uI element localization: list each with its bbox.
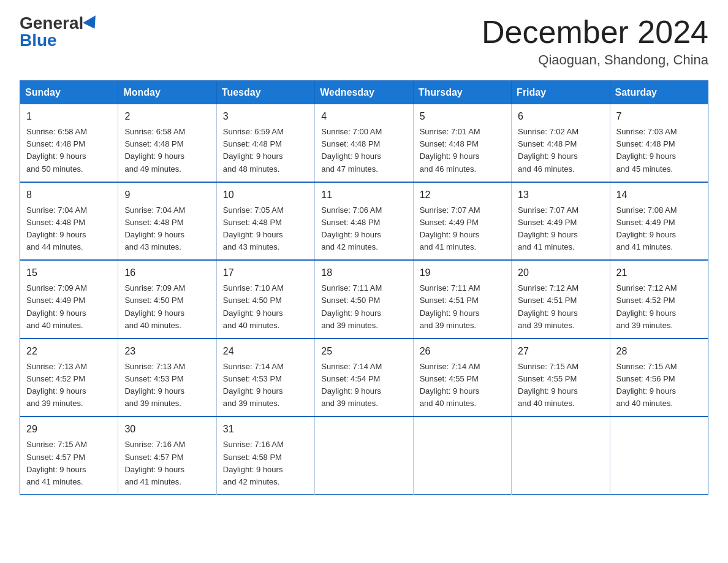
calendar-cell (512, 416, 610, 494)
day-info: Sunrise: 7:04 AMSunset: 4:48 PMDaylight:… (26, 204, 112, 254)
day-number: 13 (518, 188, 603, 202)
weekday-header-friday: Friday (512, 81, 610, 105)
day-number: 2 (124, 109, 210, 124)
day-info: Sunrise: 7:16 AMSunset: 4:58 PMDaylight:… (223, 439, 308, 488)
day-info: Sunrise: 7:15 AMSunset: 4:55 PMDaylight:… (518, 361, 603, 410)
calendar-cell: 6Sunrise: 7:02 AMSunset: 4:48 PMDaylight… (512, 104, 610, 182)
title-block: December 2024 Qiaoguan, Shandong, China (482, 15, 708, 68)
logo: General Blue (20, 15, 99, 49)
day-number: 17 (223, 266, 308, 280)
day-info: Sunrise: 7:12 AMSunset: 4:51 PMDaylight:… (518, 282, 603, 332)
day-number: 28 (616, 344, 702, 359)
calendar-cell: 8Sunrise: 7:04 AMSunset: 4:48 PMDaylight… (20, 182, 118, 261)
day-info: Sunrise: 7:04 AMSunset: 4:48 PMDaylight:… (124, 204, 210, 254)
calendar-cell: 15Sunrise: 7:09 AMSunset: 4:49 PMDayligh… (20, 260, 118, 339)
day-info: Sunrise: 7:16 AMSunset: 4:57 PMDaylight:… (124, 439, 210, 488)
day-number: 8 (26, 188, 112, 202)
day-number: 31 (223, 422, 308, 437)
day-number: 1 (26, 109, 112, 124)
calendar-cell: 3Sunrise: 6:59 AMSunset: 4:48 PMDaylight… (216, 104, 314, 182)
calendar-cell (610, 416, 708, 494)
day-number: 27 (518, 344, 603, 359)
day-info: Sunrise: 6:58 AMSunset: 4:48 PMDaylight:… (26, 126, 112, 175)
day-info: Sunrise: 6:59 AMSunset: 4:48 PMDaylight:… (223, 126, 308, 175)
calendar-cell: 9Sunrise: 7:04 AMSunset: 4:48 PMDaylight… (118, 182, 216, 261)
calendar-cell: 4Sunrise: 7:00 AMSunset: 4:48 PMDaylight… (315, 104, 413, 182)
day-info: Sunrise: 7:15 AMSunset: 4:56 PMDaylight:… (616, 361, 702, 410)
calendar-week-row: 15Sunrise: 7:09 AMSunset: 4:49 PMDayligh… (20, 260, 708, 339)
month-title: December 2024 (482, 15, 708, 50)
calendar-cell: 21Sunrise: 7:12 AMSunset: 4:52 PMDayligh… (610, 260, 708, 339)
day-number: 11 (321, 188, 406, 202)
calendar-cell: 30Sunrise: 7:16 AMSunset: 4:57 PMDayligh… (118, 416, 216, 494)
calendar-week-row: 22Sunrise: 7:13 AMSunset: 4:52 PMDayligh… (20, 339, 708, 417)
day-number: 25 (321, 344, 406, 359)
day-number: 30 (124, 422, 210, 437)
day-number: 29 (26, 422, 112, 437)
calendar-cell: 27Sunrise: 7:15 AMSunset: 4:55 PMDayligh… (512, 339, 610, 417)
day-number: 12 (420, 188, 505, 202)
calendar-cell (315, 416, 413, 494)
calendar-cell: 11Sunrise: 7:06 AMSunset: 4:48 PMDayligh… (315, 182, 413, 261)
day-info: Sunrise: 7:05 AMSunset: 4:48 PMDaylight:… (223, 204, 308, 254)
day-number: 6 (518, 109, 603, 124)
day-info: Sunrise: 7:13 AMSunset: 4:52 PMDaylight:… (26, 361, 112, 410)
calendar-cell: 20Sunrise: 7:12 AMSunset: 4:51 PMDayligh… (512, 260, 610, 339)
day-info: Sunrise: 7:09 AMSunset: 4:49 PMDaylight:… (26, 282, 112, 332)
day-number: 21 (616, 266, 702, 280)
day-info: Sunrise: 7:10 AMSunset: 4:50 PMDaylight:… (223, 282, 308, 332)
weekday-header-sunday: Sunday (20, 81, 118, 105)
calendar-header: SundayMondayTuesdayWednesdayThursdayFrid… (20, 81, 708, 105)
day-info: Sunrise: 7:00 AMSunset: 4:48 PMDaylight:… (321, 126, 406, 175)
day-number: 10 (223, 188, 308, 202)
calendar-cell: 2Sunrise: 6:58 AMSunset: 4:48 PMDaylight… (118, 104, 216, 182)
calendar-cell: 31Sunrise: 7:16 AMSunset: 4:58 PMDayligh… (216, 416, 314, 494)
calendar-cell: 25Sunrise: 7:14 AMSunset: 4:54 PMDayligh… (315, 339, 413, 417)
calendar-cell: 7Sunrise: 7:03 AMSunset: 4:48 PMDaylight… (610, 104, 708, 182)
day-info: Sunrise: 6:58 AMSunset: 4:48 PMDaylight:… (124, 126, 210, 175)
day-number: 16 (124, 266, 210, 280)
weekday-header-row: SundayMondayTuesdayWednesdayThursdayFrid… (20, 81, 708, 105)
logo-blue-text: Blue (20, 31, 57, 50)
day-number: 18 (321, 266, 406, 280)
day-number: 7 (616, 109, 702, 124)
calendar-cell: 29Sunrise: 7:15 AMSunset: 4:57 PMDayligh… (20, 416, 118, 494)
weekday-header-saturday: Saturday (610, 81, 708, 105)
calendar-cell: 16Sunrise: 7:09 AMSunset: 4:50 PMDayligh… (118, 260, 216, 339)
weekday-header-monday: Monday (118, 81, 216, 105)
weekday-header-thursday: Thursday (413, 81, 511, 105)
day-info: Sunrise: 7:01 AMSunset: 4:48 PMDaylight:… (420, 126, 505, 175)
day-number: 3 (223, 109, 308, 124)
day-info: Sunrise: 7:11 AMSunset: 4:51 PMDaylight:… (420, 282, 505, 332)
page-header: General Blue December 2024 Qiaoguan, Sha… (20, 15, 708, 68)
calendar-cell: 12Sunrise: 7:07 AMSunset: 4:49 PMDayligh… (413, 182, 511, 261)
day-info: Sunrise: 7:11 AMSunset: 4:50 PMDaylight:… (321, 282, 406, 332)
calendar-week-row: 8Sunrise: 7:04 AMSunset: 4:48 PMDaylight… (20, 182, 708, 261)
calendar-cell: 23Sunrise: 7:13 AMSunset: 4:53 PMDayligh… (118, 339, 216, 417)
calendar-cell: 26Sunrise: 7:14 AMSunset: 4:55 PMDayligh… (413, 339, 511, 417)
day-info: Sunrise: 7:03 AMSunset: 4:48 PMDaylight:… (616, 126, 702, 175)
calendar-cell: 24Sunrise: 7:14 AMSunset: 4:53 PMDayligh… (216, 339, 314, 417)
calendar-cell (413, 416, 511, 494)
day-info: Sunrise: 7:14 AMSunset: 4:55 PMDaylight:… (420, 361, 505, 410)
calendar-cell: 1Sunrise: 6:58 AMSunset: 4:48 PMDaylight… (20, 104, 118, 182)
day-info: Sunrise: 7:02 AMSunset: 4:48 PMDaylight:… (518, 126, 603, 175)
calendar-cell: 13Sunrise: 7:07 AMSunset: 4:49 PMDayligh… (512, 182, 610, 261)
calendar-cell: 28Sunrise: 7:15 AMSunset: 4:56 PMDayligh… (610, 339, 708, 417)
day-number: 26 (420, 344, 505, 359)
calendar-body: 1Sunrise: 6:58 AMSunset: 4:48 PMDaylight… (20, 104, 708, 494)
day-info: Sunrise: 7:13 AMSunset: 4:53 PMDaylight:… (124, 361, 210, 410)
calendar-cell: 5Sunrise: 7:01 AMSunset: 4:48 PMDaylight… (413, 104, 511, 182)
day-info: Sunrise: 7:14 AMSunset: 4:53 PMDaylight:… (223, 361, 308, 410)
day-number: 23 (124, 344, 210, 359)
calendar-cell: 14Sunrise: 7:08 AMSunset: 4:49 PMDayligh… (610, 182, 708, 261)
day-number: 4 (321, 109, 406, 124)
day-number: 22 (26, 344, 112, 359)
calendar-cell: 17Sunrise: 7:10 AMSunset: 4:50 PMDayligh… (216, 260, 314, 339)
day-number: 14 (616, 188, 702, 202)
day-info: Sunrise: 7:12 AMSunset: 4:52 PMDaylight:… (616, 282, 702, 332)
logo-bottom: Blue (20, 32, 57, 49)
day-info: Sunrise: 7:07 AMSunset: 4:49 PMDaylight:… (518, 204, 603, 254)
location-title: Qiaoguan, Shandong, China (482, 52, 708, 68)
day-info: Sunrise: 7:06 AMSunset: 4:48 PMDaylight:… (321, 204, 406, 254)
